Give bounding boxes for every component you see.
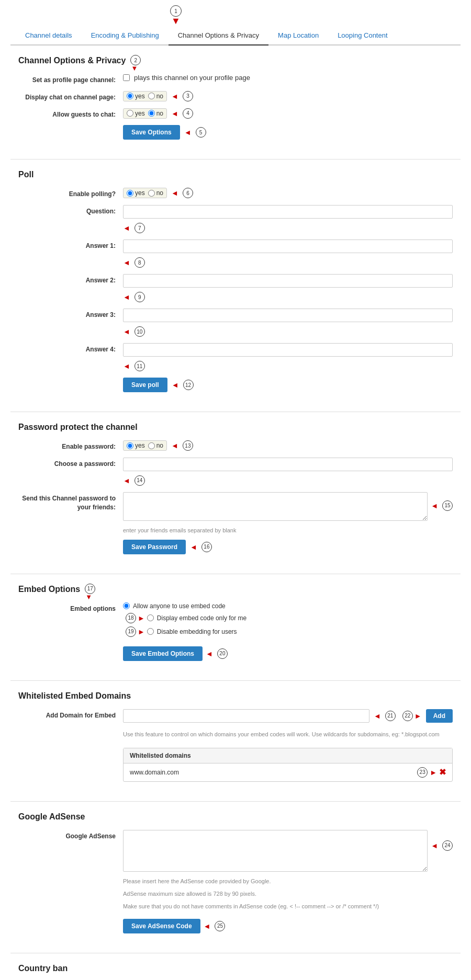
- embed-option-1[interactable]: Allow anyone to use embed code: [123, 602, 246, 610]
- annotation-4: 4: [183, 108, 193, 119]
- answer2-row: Answer 2: ◄ 9: [18, 274, 453, 302]
- answer3-row: Answer 3: ◄ 10: [18, 309, 453, 337]
- whitelist-box-header: Whitelisted domains: [124, 748, 452, 764]
- display-chat-row: Display chat on channel page: yes no ◄ 3: [18, 91, 453, 102]
- polling-yes[interactable]: yes: [127, 189, 145, 197]
- tab-channel-options-privacy[interactable]: Channel Options & Privacy: [169, 26, 268, 45]
- delete-domain-button[interactable]: ✖: [439, 767, 446, 777]
- arr8: ◄: [123, 258, 130, 267]
- embed-option-3[interactable]: Disable embedding for users: [147, 628, 237, 635]
- arr6: ◄: [171, 189, 178, 197]
- arr18: ►: [138, 614, 145, 622]
- add-domain-button[interactable]: Add: [426, 709, 453, 723]
- adsense-section: Google AdSense Google AdSense ◄ 24 Pleas…: [10, 802, 461, 953]
- tab-channel-details[interactable]: Channel details: [16, 26, 82, 44]
- tab-encoding-publishing[interactable]: Encoding & Publishing: [82, 26, 169, 44]
- set-profile-row: Set as profile page channel: plays this …: [18, 74, 453, 85]
- embed-options-section: Embed Options 17 ▼ Embed options Allow a…: [10, 574, 461, 681]
- password-section: Password protect the channel Enable pass…: [10, 412, 461, 574]
- answer3-input[interactable]: [123, 309, 453, 322]
- save-adsense-button[interactable]: Save AdSense Code: [123, 919, 200, 933]
- enable-polling-row: Enable polling? yes no ◄ 6: [18, 188, 453, 199]
- annotation-15: 15: [442, 500, 453, 511]
- adsense-hint1: Please insert here the AdSense code prov…: [123, 878, 271, 884]
- arr4: ◄: [171, 109, 178, 118]
- answer3-label: Answer 3:: [18, 309, 123, 320]
- arr3: ◄: [171, 92, 178, 100]
- send-password-textarea[interactable]: [123, 492, 428, 521]
- password-yes[interactable]: yes: [127, 442, 145, 449]
- allow-guests-yes[interactable]: yes: [127, 110, 145, 117]
- display-chat-no[interactable]: no: [148, 93, 163, 100]
- arr19: ►: [138, 628, 145, 636]
- annotation-14: 14: [134, 475, 145, 486]
- poll-section: Poll Enable polling? yes no ◄ 6: [10, 159, 461, 412]
- arr15: ◄: [431, 502, 438, 510]
- annotation-21: 21: [385, 711, 396, 721]
- save-poll-button[interactable]: Save poll: [123, 378, 167, 392]
- choose-password-label: Choose a password:: [18, 458, 123, 469]
- password-no[interactable]: no: [148, 442, 163, 449]
- send-password-label: Send this Channel password to your frien…: [18, 492, 123, 512]
- question-label: Question:: [18, 205, 123, 216]
- adsense-hint3: Make sure that you do not have comments …: [123, 903, 379, 909]
- embed-option-2[interactable]: Display embed code only for me: [147, 614, 246, 622]
- arr10: ◄: [123, 327, 130, 336]
- set-profile-checkbox[interactable]: [123, 74, 130, 81]
- adsense-row: Google AdSense ◄ 24 Please insert here t…: [18, 830, 453, 933]
- channel-options-section: Channel Options & Privacy 2 ▼ Set as pro…: [10, 45, 461, 159]
- annotation-5: 5: [196, 127, 206, 138]
- annotation-20: 20: [217, 648, 228, 659]
- allow-guests-no[interactable]: no: [148, 110, 163, 117]
- annotation-16: 16: [201, 542, 212, 552]
- answer2-input[interactable]: [123, 274, 453, 288]
- answer1-label: Answer 1:: [18, 240, 123, 250]
- answer4-label: Answer 4:: [18, 343, 123, 354]
- annotation-25: 25: [215, 921, 225, 931]
- arr5: ◄: [184, 128, 192, 136]
- whitelist-section: Whitelisted Embed Domains Add Domain for…: [10, 681, 461, 802]
- tab-map-location[interactable]: Map Location: [268, 26, 328, 44]
- tab-looping-content[interactable]: Looping Content: [328, 26, 397, 44]
- save-password-row: Save Password ◄ 16: [18, 540, 453, 554]
- save-options-row: Save Options ◄ 5: [18, 125, 453, 140]
- adsense-label: Google AdSense: [18, 830, 123, 841]
- domain-row: www.domain.com 23 ► ✖: [124, 764, 452, 781]
- polling-no[interactable]: no: [148, 189, 163, 197]
- whitelist-hint: Use this feature to control on which dom…: [123, 731, 453, 737]
- answer4-input[interactable]: [123, 343, 453, 357]
- channel-options-title: Channel Options & Privacy: [18, 56, 126, 65]
- enable-password-radio-group: yes no: [123, 440, 167, 451]
- save-embed-button[interactable]: Save Embed Options: [123, 646, 203, 661]
- save-password-button[interactable]: Save Password: [123, 540, 186, 554]
- embed-options-title: Embed Options: [18, 585, 80, 594]
- annotation-11: 11: [134, 361, 145, 371]
- arr22: ►: [414, 712, 422, 720]
- display-chat-yes[interactable]: yes: [127, 93, 145, 100]
- annotation-19: 19: [126, 626, 136, 637]
- annotation-12: 12: [183, 380, 194, 390]
- add-domain-input[interactable]: [123, 709, 369, 723]
- embed-options-row: Embed options Allow anyone to use embed …: [18, 602, 453, 661]
- annotation-2: 2 ▼: [128, 55, 141, 72]
- arr12: ◄: [172, 381, 179, 389]
- question-input[interactable]: [123, 205, 453, 219]
- password-input[interactable]: [123, 458, 453, 471]
- enable-password-row: Enable password: yes no ◄ 13: [18, 440, 453, 451]
- whitelist-box: Whitelisted domains www.domain.com 23 ► …: [123, 748, 453, 782]
- arr9: ◄: [123, 293, 130, 301]
- add-domain-row: Add Domain for Embed ◄ 21 22 ► Add: [18, 709, 453, 723]
- annotation-7: 7: [134, 223, 145, 233]
- answer4-row: Answer 4: ◄ 11: [18, 343, 453, 371]
- set-profile-hint: plays this channel on your profile page: [134, 74, 250, 82]
- answer1-input[interactable]: [123, 240, 453, 253]
- allow-guests-label: Allow guests to chat:: [18, 108, 123, 119]
- adsense-textarea[interactable]: [123, 830, 428, 872]
- arr7: ◄: [123, 224, 130, 232]
- question-row: Question: ◄ 7: [18, 205, 453, 233]
- arr25: ◄: [204, 922, 211, 930]
- embed-options-label: Embed options: [18, 602, 123, 613]
- save-options-button[interactable]: Save Options: [123, 125, 180, 140]
- annotation-8: 8: [134, 257, 145, 268]
- annotation-17: 17: [85, 584, 95, 594]
